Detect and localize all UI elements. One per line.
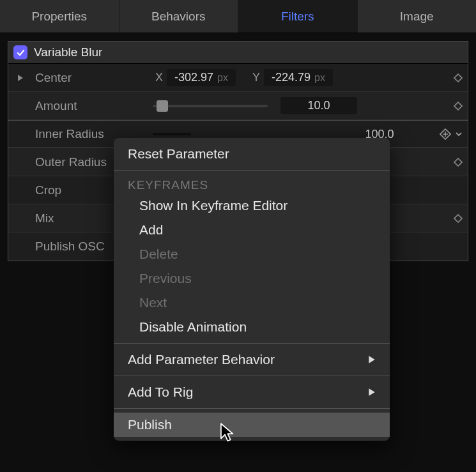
slider-inner-radius[interactable] (153, 133, 191, 135)
menu-next: Next (114, 291, 390, 315)
inspector-tabs: Properties Behaviors Filters Image (0, 0, 476, 33)
filter-title: Variable Blur (34, 45, 102, 59)
unit-px: px (217, 72, 228, 84)
chevron-down-icon[interactable] (455, 130, 463, 138)
tab-properties[interactable]: Properties (0, 0, 119, 33)
menu-separator (114, 170, 390, 171)
menu-item-label: Add To Rig (128, 384, 193, 400)
unit-px: px (314, 72, 325, 84)
filter-enable-checkbox[interactable] (13, 45, 27, 59)
menu-add[interactable]: Add (114, 218, 390, 242)
tab-image[interactable]: Image (358, 0, 477, 33)
menu-add-to-rig[interactable]: Add To Rig (114, 380, 390, 404)
filter-header: Variable Blur (8, 42, 468, 64)
keyframe-icon[interactable] (454, 73, 463, 82)
menu-delete: Delete (114, 242, 390, 266)
label-amount: Amount (33, 99, 153, 113)
center-x-value: -302.97 (174, 71, 213, 84)
keyframe-added-icon[interactable] (440, 128, 451, 140)
tab-behaviors[interactable]: Behaviors (119, 0, 239, 33)
submenu-arrow-icon (368, 384, 376, 400)
menu-add-parameter-behavior[interactable]: Add Parameter Behavior (114, 347, 390, 372)
menu-publish[interactable]: Publish (114, 413, 390, 437)
keyframe-icon[interactable] (454, 158, 463, 167)
row-amount: Amount 10.0 (8, 92, 468, 120)
row-center: Center X -302.97 px Y -224.79 px (8, 64, 468, 92)
axis-x-label: X (155, 71, 163, 84)
menu-separator (114, 343, 390, 344)
label-center: Center (33, 71, 153, 85)
menu-separator (114, 376, 390, 376)
field-amount[interactable]: 10.0 (280, 97, 357, 114)
axis-y-label: Y (252, 71, 260, 84)
menu-item-label: Add Parameter Behavior (128, 352, 275, 367)
menu-previous: Previous (114, 266, 390, 291)
center-y-value: -224.79 (272, 71, 311, 84)
slider-amount[interactable] (153, 105, 268, 107)
menu-disable-animation[interactable]: Disable Animation (114, 315, 390, 339)
submenu-arrow-icon (368, 352, 376, 367)
amount-value: 10.0 (307, 99, 330, 112)
menu-show-in-keyframe-editor[interactable]: Show In Keyframe Editor (114, 194, 390, 218)
disclosure-icon[interactable] (17, 74, 29, 82)
menu-reset-parameter[interactable]: Reset Parameter (114, 142, 390, 166)
menu-section-keyframes: KEYFRAMES (114, 174, 390, 194)
slider-thumb[interactable] (157, 100, 168, 112)
keyframe-icon[interactable] (454, 214, 463, 223)
tab-filters[interactable]: Filters (238, 0, 358, 33)
field-center-y[interactable]: -224.79 px (264, 69, 333, 86)
keyframe-icon[interactable] (454, 102, 463, 110)
field-center-x[interactable]: -302.97 px (167, 69, 236, 86)
parameter-context-menu: Reset Parameter KEYFRAMES Show In Keyfra… (114, 138, 390, 441)
menu-separator (114, 408, 390, 409)
